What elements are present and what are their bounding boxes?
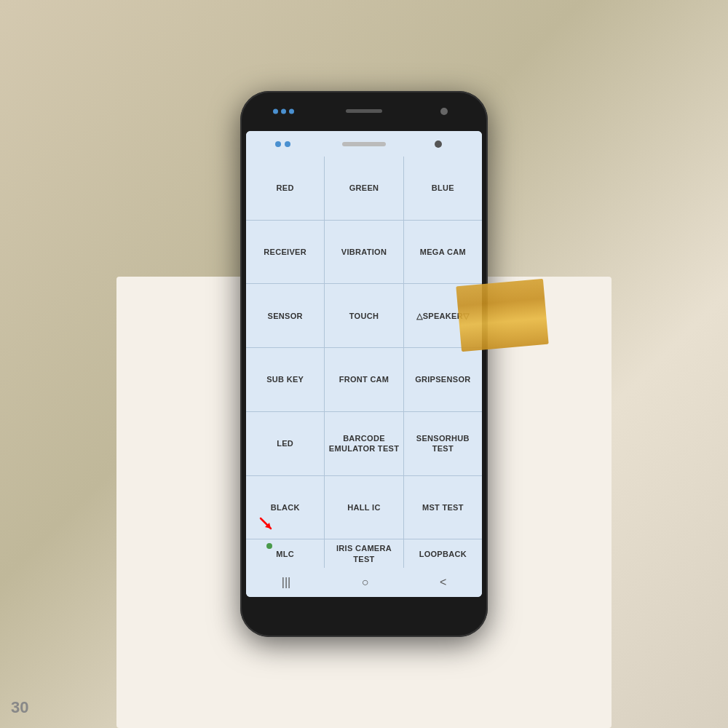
receiver-button[interactable]: RECEIVER	[246, 221, 324, 284]
status-camera	[435, 141, 442, 148]
hall-ic-button[interactable]: HALL IC	[325, 476, 403, 539]
phone-body: RED GREEN BLUE RECEIVER VIBRATION MEGA C…	[240, 91, 488, 637]
green-dot-indicator	[266, 543, 272, 549]
vibration-button[interactable]: VIBRATION	[325, 221, 403, 284]
recent-apps-button[interactable]: |||	[282, 576, 290, 589]
red-button[interactable]: RED	[246, 157, 324, 220]
mst-test-button[interactable]: MST TEST	[404, 476, 482, 539]
touch-button[interactable]: TOUCH	[325, 284, 403, 347]
green-button[interactable]: GREEN	[325, 157, 403, 220]
page-number: 30	[11, 698, 28, 717]
front-cam-button[interactable]: FRONT CAM	[325, 348, 403, 411]
home-button[interactable]: ○	[362, 576, 369, 589]
status-bar	[246, 131, 482, 157]
barcode-emulator-button[interactable]: BARCODEEMULATOR TEST	[325, 412, 403, 475]
sensor-dot-1	[273, 108, 278, 114]
ribbon-cable	[456, 278, 548, 351]
phone-top-notch	[240, 91, 488, 131]
red-arrow-icon	[259, 517, 275, 533]
sub-key-button[interactable]: SUB KEY	[246, 348, 324, 411]
navigation-bar: ||| ○ <	[246, 568, 482, 597]
sensor-button[interactable]: SENSOR	[246, 284, 324, 347]
back-button[interactable]: <	[440, 576, 446, 589]
mega-cam-button[interactable]: MEGA CAM	[404, 221, 482, 284]
sensor-dot-a	[275, 141, 281, 147]
mlc-button[interactable]: MLC	[246, 539, 324, 568]
led-button[interactable]: LED	[246, 412, 324, 475]
sensor-dot-b	[285, 141, 290, 147]
status-sensor-dots	[275, 141, 290, 147]
front-camera	[440, 108, 448, 115]
gripsensor-button[interactable]: GRIPSENSOR	[404, 348, 482, 411]
iris-camera-button[interactable]: IRIS CAMERATEST	[325, 539, 403, 568]
top-speaker-slot	[346, 109, 382, 113]
earpiece	[342, 142, 386, 146]
sensor-dot-3	[289, 108, 294, 114]
test-grid: RED GREEN BLUE RECEIVER VIBRATION MEGA C…	[246, 157, 482, 568]
phone-container: RED GREEN BLUE RECEIVER VIBRATION MEGA C…	[240, 91, 488, 637]
loopback-button[interactable]: LOOPBACK	[404, 539, 482, 568]
sensorhub-test-button[interactable]: SENSORHUB TEST	[404, 412, 482, 475]
phone-screen: RED GREEN BLUE RECEIVER VIBRATION MEGA C…	[246, 131, 482, 597]
blue-button[interactable]: BLUE	[404, 157, 482, 220]
top-sensor-dots	[273, 108, 294, 114]
black-button[interactable]: BLACK	[246, 476, 324, 539]
sensor-dot-2	[281, 108, 286, 114]
phone-bottom	[240, 597, 488, 637]
